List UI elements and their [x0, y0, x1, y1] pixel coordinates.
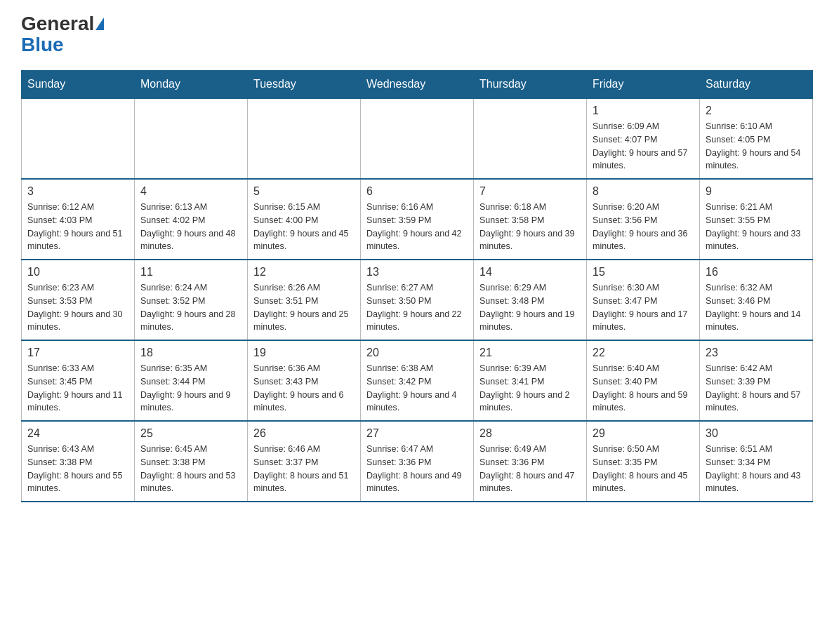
- day-info: Sunrise: 6:32 AMSunset: 3:46 PMDaylight:…: [706, 281, 807, 334]
- day-number: 1: [593, 105, 694, 117]
- day-info: Sunrise: 6:13 AMSunset: 4:02 PMDaylight:…: [140, 201, 241, 253]
- day-info: Sunrise: 6:23 AMSunset: 3:53 PMDaylight:…: [27, 281, 128, 334]
- calendar-cell: 28Sunrise: 6:49 AMSunset: 3:36 PMDayligh…: [474, 421, 587, 502]
- day-info: Sunrise: 6:46 AMSunset: 3:37 PMDaylight:…: [253, 443, 355, 495]
- day-number: 3: [27, 185, 128, 198]
- calendar-cell: 7Sunrise: 6:18 AMSunset: 3:58 PMDaylight…: [474, 179, 587, 260]
- day-number: 24: [27, 427, 128, 440]
- day-info: Sunrise: 6:20 AMSunset: 3:56 PMDaylight:…: [593, 201, 694, 253]
- day-number: 20: [366, 347, 468, 359]
- calendar-cell: 26Sunrise: 6:46 AMSunset: 3:37 PMDayligh…: [248, 421, 361, 502]
- day-number: 9: [706, 185, 807, 198]
- calendar-cell: 3Sunrise: 6:12 AMSunset: 4:03 PMDaylight…: [22, 179, 135, 260]
- calendar-cell: [22, 98, 135, 179]
- weekday-header-monday: Monday: [135, 71, 248, 99]
- logo-main-text: General: [21, 14, 94, 34]
- day-number: 22: [593, 347, 694, 359]
- day-info: Sunrise: 6:24 AMSunset: 3:52 PMDaylight:…: [140, 281, 241, 334]
- day-number: 23: [706, 347, 807, 359]
- calendar-cell: 12Sunrise: 6:26 AMSunset: 3:51 PMDayligh…: [248, 260, 361, 340]
- calendar-cell: [361, 98, 474, 179]
- calendar-table: SundayMondayTuesdayWednesdayThursdayFrid…: [21, 70, 813, 502]
- weekday-header-row: SundayMondayTuesdayWednesdayThursdayFrid…: [22, 71, 813, 99]
- calendar-week-5: 24Sunrise: 6:43 AMSunset: 3:38 PMDayligh…: [22, 421, 813, 502]
- calendar-cell: 23Sunrise: 6:42 AMSunset: 3:39 PMDayligh…: [700, 340, 813, 421]
- calendar-cell: 9Sunrise: 6:21 AMSunset: 3:55 PMDaylight…: [700, 179, 813, 260]
- calendar-cell: 4Sunrise: 6:13 AMSunset: 4:02 PMDaylight…: [135, 179, 248, 260]
- calendar-cell: 27Sunrise: 6:47 AMSunset: 3:36 PMDayligh…: [361, 421, 474, 502]
- weekday-header-sunday: Sunday: [22, 71, 135, 99]
- calendar-cell: 16Sunrise: 6:32 AMSunset: 3:46 PMDayligh…: [700, 260, 813, 340]
- day-number: 18: [140, 347, 241, 359]
- calendar-cell: 25Sunrise: 6:45 AMSunset: 3:38 PMDayligh…: [135, 421, 248, 502]
- calendar-cell: 15Sunrise: 6:30 AMSunset: 3:47 PMDayligh…: [587, 260, 700, 340]
- day-number: 14: [479, 266, 581, 279]
- day-number: 29: [593, 427, 694, 440]
- calendar-week-2: 3Sunrise: 6:12 AMSunset: 4:03 PMDaylight…: [22, 179, 813, 260]
- day-info: Sunrise: 6:29 AMSunset: 3:48 PMDaylight:…: [479, 281, 581, 334]
- day-info: Sunrise: 6:09 AMSunset: 4:07 PMDaylight:…: [593, 120, 694, 173]
- day-number: 11: [140, 266, 241, 279]
- day-info: Sunrise: 6:42 AMSunset: 3:39 PMDaylight:…: [706, 362, 807, 415]
- day-info: Sunrise: 6:35 AMSunset: 3:44 PMDaylight:…: [140, 362, 241, 415]
- calendar-week-4: 17Sunrise: 6:33 AMSunset: 3:45 PMDayligh…: [22, 340, 813, 421]
- calendar-cell: 8Sunrise: 6:20 AMSunset: 3:56 PMDaylight…: [587, 179, 700, 260]
- day-info: Sunrise: 6:49 AMSunset: 3:36 PMDaylight:…: [479, 443, 581, 495]
- day-number: 4: [140, 185, 241, 198]
- day-info: Sunrise: 6:51 AMSunset: 3:34 PMDaylight:…: [706, 443, 807, 495]
- day-number: 17: [27, 347, 128, 359]
- day-info: Sunrise: 6:39 AMSunset: 3:41 PMDaylight:…: [479, 362, 581, 415]
- day-info: Sunrise: 6:21 AMSunset: 3:55 PMDaylight:…: [706, 201, 807, 253]
- day-number: 12: [253, 266, 355, 279]
- day-number: 13: [366, 266, 468, 279]
- day-number: 30: [706, 427, 807, 440]
- day-number: 26: [253, 427, 355, 440]
- logo-blue-text: Blue: [21, 34, 64, 55]
- day-number: 6: [366, 185, 468, 198]
- calendar-cell: 19Sunrise: 6:36 AMSunset: 3:43 PMDayligh…: [248, 340, 361, 421]
- calendar-cell: 17Sunrise: 6:33 AMSunset: 3:45 PMDayligh…: [22, 340, 135, 421]
- calendar-cell: [135, 98, 248, 179]
- day-number: 27: [366, 427, 468, 440]
- calendar-cell: 22Sunrise: 6:40 AMSunset: 3:40 PMDayligh…: [587, 340, 700, 421]
- day-info: Sunrise: 6:10 AMSunset: 4:05 PMDaylight:…: [706, 120, 807, 173]
- calendar-cell: [248, 98, 361, 179]
- calendar-cell: 18Sunrise: 6:35 AMSunset: 3:44 PMDayligh…: [135, 340, 248, 421]
- day-info: Sunrise: 6:50 AMSunset: 3:35 PMDaylight:…: [593, 443, 694, 495]
- weekday-header-thursday: Thursday: [474, 71, 587, 99]
- day-info: Sunrise: 6:40 AMSunset: 3:40 PMDaylight:…: [593, 362, 694, 415]
- calendar-cell: 13Sunrise: 6:27 AMSunset: 3:50 PMDayligh…: [361, 260, 474, 340]
- day-number: 25: [140, 427, 241, 440]
- calendar-cell: 30Sunrise: 6:51 AMSunset: 3:34 PMDayligh…: [700, 421, 813, 502]
- day-info: Sunrise: 6:33 AMSunset: 3:45 PMDaylight:…: [27, 362, 128, 415]
- day-info: Sunrise: 6:30 AMSunset: 3:47 PMDaylight:…: [593, 281, 694, 334]
- logo-triangle-icon: [95, 18, 104, 30]
- day-number: 21: [479, 347, 581, 359]
- weekday-header-saturday: Saturday: [700, 71, 813, 99]
- day-info: Sunrise: 6:18 AMSunset: 3:58 PMDaylight:…: [479, 201, 581, 253]
- calendar-cell: 10Sunrise: 6:23 AMSunset: 3:53 PMDayligh…: [22, 260, 135, 340]
- calendar-cell: 29Sunrise: 6:50 AMSunset: 3:35 PMDayligh…: [587, 421, 700, 502]
- day-info: Sunrise: 6:45 AMSunset: 3:38 PMDaylight:…: [140, 443, 241, 495]
- day-number: 15: [593, 266, 694, 279]
- day-number: 5: [253, 185, 355, 198]
- calendar-cell: [474, 98, 587, 179]
- calendar-cell: 2Sunrise: 6:10 AMSunset: 4:05 PMDaylight…: [700, 98, 813, 179]
- calendar-cell: 11Sunrise: 6:24 AMSunset: 3:52 PMDayligh…: [135, 260, 248, 340]
- day-number: 28: [479, 427, 581, 440]
- day-number: 2: [706, 105, 807, 117]
- calendar-cell: 5Sunrise: 6:15 AMSunset: 4:00 PMDaylight…: [248, 179, 361, 260]
- calendar-cell: 20Sunrise: 6:38 AMSunset: 3:42 PMDayligh…: [361, 340, 474, 421]
- weekday-header-wednesday: Wednesday: [361, 71, 474, 99]
- day-info: Sunrise: 6:43 AMSunset: 3:38 PMDaylight:…: [27, 443, 128, 495]
- day-info: Sunrise: 6:27 AMSunset: 3:50 PMDaylight:…: [366, 281, 468, 334]
- calendar-week-1: 1Sunrise: 6:09 AMSunset: 4:07 PMDaylight…: [22, 98, 813, 179]
- calendar-cell: 21Sunrise: 6:39 AMSunset: 3:41 PMDayligh…: [474, 340, 587, 421]
- day-number: 16: [706, 266, 807, 279]
- calendar-cell: 24Sunrise: 6:43 AMSunset: 3:38 PMDayligh…: [22, 421, 135, 502]
- calendar-cell: 14Sunrise: 6:29 AMSunset: 3:48 PMDayligh…: [474, 260, 587, 340]
- weekday-header-friday: Friday: [587, 71, 700, 99]
- day-number: 8: [593, 185, 694, 198]
- calendar-week-3: 10Sunrise: 6:23 AMSunset: 3:53 PMDayligh…: [22, 260, 813, 340]
- day-info: Sunrise: 6:12 AMSunset: 4:03 PMDaylight:…: [27, 201, 128, 253]
